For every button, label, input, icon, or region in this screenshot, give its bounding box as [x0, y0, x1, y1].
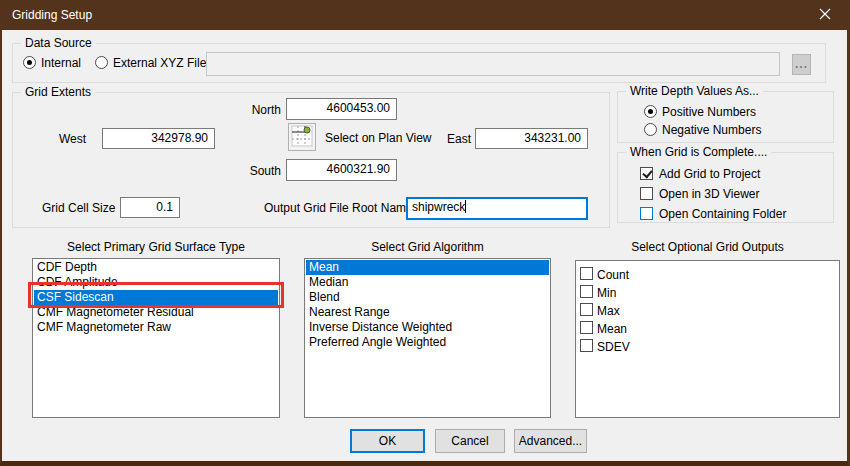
output-root-name-label: Output Grid File Root Name — [264, 201, 413, 215]
count-checkbox[interactable] — [580, 267, 593, 280]
external-xyz-radio-label[interactable]: External XYZ File — [113, 56, 206, 70]
east-label: East — [433, 132, 471, 146]
dialog-title: Gridding Setup — [12, 0, 92, 30]
negative-numbers-radio[interactable] — [644, 123, 657, 136]
list-item[interactable]: Blend — [306, 290, 549, 305]
surface-type-list-label: Select Primary Grid Surface Type — [32, 240, 280, 254]
optional-outputs-listbox: Count Min Max Mean SDEV — [575, 260, 840, 418]
list-item[interactable]: Median — [306, 275, 549, 290]
optional-outputs-list-label: Select Optional Grid Outputs — [575, 240, 840, 254]
plan-view-grid-icon — [291, 125, 313, 150]
advanced-button[interactable]: Advanced... — [514, 429, 587, 453]
external-xyz-radio[interactable] — [95, 56, 108, 69]
select-on-plan-view-label: Select on Plan View — [325, 131, 432, 145]
write-depth-group: Write Depth Values As... Positive Number… — [617, 91, 834, 143]
list-item[interactable]: Max — [578, 302, 837, 318]
close-button[interactable] — [807, 0, 843, 30]
list-item[interactable]: Preferred Angle Weighted — [306, 335, 549, 350]
data-source-group-label: Data Source — [21, 36, 96, 50]
when-complete-group: When Grid is Complete.... Add Grid to Pr… — [617, 152, 834, 223]
grid-cell-size-input[interactable]: 0.1 — [120, 197, 180, 218]
browse-button: ... — [792, 54, 811, 75]
list-item[interactable]: Nearest Range — [306, 305, 549, 320]
open-containing-folder-checkbox[interactable] — [640, 207, 653, 220]
south-input[interactable]: 4600321.90 — [286, 159, 397, 181]
list-item[interactable]: CMF Magnetometer Residual — [34, 305, 278, 320]
east-input[interactable]: 343231.00 — [475, 128, 588, 149]
list-item[interactable]: Min — [578, 284, 837, 300]
surface-type-listbox: CDF Depth CDF Amplitude CSF Sidescan CMF… — [32, 258, 280, 418]
south-label: South — [213, 164, 281, 178]
ok-button[interactable]: OK — [350, 429, 425, 453]
add-grid-to-project-checkbox[interactable] — [640, 167, 653, 180]
north-label: North — [213, 103, 281, 117]
open-3d-viewer-label[interactable]: Open in 3D Viewer — [659, 187, 760, 201]
close-icon — [819, 8, 831, 23]
xyz-file-path-input — [206, 52, 780, 76]
add-grid-to-project-label[interactable]: Add Grid to Project — [659, 167, 760, 181]
negative-numbers-label[interactable]: Negative Numbers — [662, 123, 761, 137]
gridding-setup-dialog: Gridding Setup Data Source Internal Exte… — [0, 0, 850, 466]
output-root-name-input[interactable]: shipwreck — [406, 197, 588, 220]
positive-numbers-radio[interactable] — [644, 105, 657, 118]
grid-extents-group: Grid Extents North 4600453.00 Select on … — [12, 92, 610, 228]
open-3d-viewer-checkbox[interactable] — [640, 187, 653, 200]
positive-numbers-label[interactable]: Positive Numbers — [662, 105, 756, 119]
list-item[interactable]: Mean — [578, 320, 837, 336]
north-input[interactable]: 4600453.00 — [286, 98, 397, 120]
min-checkbox[interactable] — [580, 285, 593, 298]
sdev-checkbox[interactable] — [580, 339, 593, 352]
data-source-group: Data Source Internal External XYZ File .… — [12, 43, 826, 83]
cancel-button[interactable]: Cancel — [435, 429, 505, 453]
grid-cell-size-label: Grid Cell Size — [42, 201, 114, 215]
algorithm-listbox: Mean Median Blend Nearest Range Inverse … — [304, 258, 551, 418]
title-bar: Gridding Setup — [2, 0, 847, 30]
internal-radio-label[interactable]: Internal — [41, 56, 81, 70]
algorithm-list-label: Select Grid Algorithm — [304, 240, 551, 254]
west-input[interactable]: 342978.90 — [102, 128, 215, 149]
list-item[interactable]: Inverse Distance Weighted — [306, 320, 549, 335]
text-caret — [465, 200, 466, 213]
list-item-selected[interactable]: Mean — [306, 260, 549, 275]
list-item[interactable]: CDF Depth — [34, 260, 278, 275]
when-complete-group-label: When Grid is Complete.... — [626, 145, 771, 159]
list-item[interactable]: SDEV — [578, 338, 837, 354]
list-item[interactable]: CDF Amplitude — [34, 275, 278, 290]
list-item[interactable]: Count — [578, 266, 837, 282]
grid-extents-group-label: Grid Extents — [21, 85, 95, 99]
select-on-plan-view-button[interactable] — [288, 123, 316, 151]
open-containing-folder-label[interactable]: Open Containing Folder — [659, 207, 786, 221]
west-label: West — [31, 132, 86, 146]
write-depth-group-label: Write Depth Values As... — [626, 84, 763, 98]
internal-radio[interactable] — [23, 56, 36, 69]
max-checkbox[interactable] — [580, 303, 593, 316]
list-item-selected[interactable]: CSF Sidescan — [34, 290, 278, 305]
list-item[interactable]: CMF Magnetometer Raw — [34, 320, 278, 335]
mean-checkbox[interactable] — [580, 321, 593, 334]
